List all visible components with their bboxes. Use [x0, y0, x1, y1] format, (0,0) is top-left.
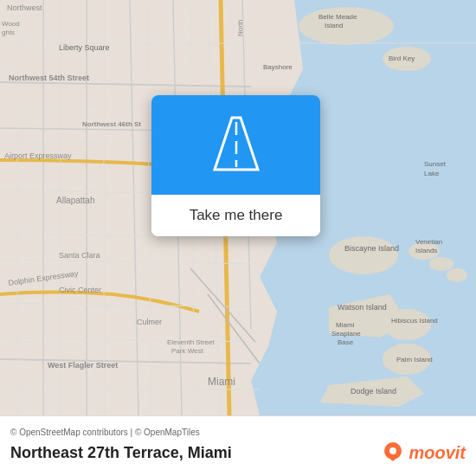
- card-header-image: [151, 95, 320, 195]
- svg-text:Allapattah: Allapattah: [56, 196, 94, 205]
- moovit-text: moovit: [408, 443, 466, 463]
- svg-text:Northwest 54th Street: Northwest 54th Street: [9, 74, 89, 82]
- map-attribution: © OpenStreetMap contributors | © OpenMap…: [10, 428, 466, 437]
- moovit-icon: [381, 441, 405, 465]
- svg-text:Liberty Square: Liberty Square: [59, 43, 110, 52]
- svg-text:Santa Clara: Santa Clara: [59, 251, 100, 260]
- svg-text:Northwest: Northwest: [7, 3, 42, 12]
- svg-text:Sunset: Sunset: [424, 160, 447, 168]
- svg-text:ghts: ghts: [2, 29, 15, 36]
- svg-text:Venetian: Venetian: [415, 238, 442, 246]
- svg-text:Lake: Lake: [424, 170, 440, 177]
- svg-text:Northwest 46th St: Northwest 46th St: [82, 120, 141, 128]
- svg-text:Dodge Island: Dodge Island: [351, 387, 396, 396]
- svg-text:Islands: Islands: [415, 247, 437, 254]
- svg-text:Park West: Park West: [171, 347, 204, 355]
- svg-text:Airport Expressway: Airport Expressway: [4, 151, 72, 160]
- svg-text:Seaplane: Seaplane: [331, 330, 361, 338]
- location-row: Northeast 27th Terrace, Miami moovit: [10, 441, 466, 465]
- map-container: Northwest Belle Meade Island Bird Key Ba…: [0, 0, 476, 415]
- svg-text:Bayshore: Bayshore: [263, 63, 293, 71]
- svg-text:Bird Key: Bird Key: [389, 55, 415, 62]
- svg-text:Palm Island: Palm Island: [396, 356, 433, 363]
- svg-text:Civic Center: Civic Center: [59, 286, 101, 294]
- navigation-card: Take me there: [151, 95, 320, 236]
- bottom-bar: © OpenStreetMap contributors | © OpenMap…: [0, 415, 476, 476]
- svg-text:Miami: Miami: [336, 321, 355, 329]
- svg-text:Island: Island: [325, 22, 343, 29]
- svg-text:Watson Island: Watson Island: [338, 303, 387, 312]
- svg-text:Base: Base: [338, 338, 354, 346]
- take-me-there-button[interactable]: Take me there: [151, 195, 320, 236]
- svg-text:Miami: Miami: [208, 376, 235, 388]
- svg-point-4: [383, 309, 431, 340]
- moovit-logo: moovit: [381, 441, 466, 465]
- svg-text:Wood: Wood: [2, 20, 20, 28]
- svg-point-8: [447, 268, 467, 282]
- svg-point-7: [429, 257, 453, 271]
- svg-text:Belle Meade: Belle Meade: [318, 13, 357, 21]
- svg-point-72: [389, 447, 396, 454]
- road-icon: [206, 113, 267, 177]
- svg-text:West Flagler Street: West Flagler Street: [48, 361, 118, 370]
- svg-point-3: [329, 236, 398, 274]
- location-name: Northeast 27th Terrace, Miami: [10, 444, 232, 462]
- svg-text:Biscayne Island: Biscayne Island: [344, 244, 399, 253]
- svg-text:North: North: [236, 19, 244, 36]
- svg-text:Hibiscus Island: Hibiscus Island: [391, 317, 438, 325]
- svg-text:Culmer: Culmer: [137, 318, 162, 326]
- svg-text:Eleventh Street: Eleventh Street: [167, 338, 215, 346]
